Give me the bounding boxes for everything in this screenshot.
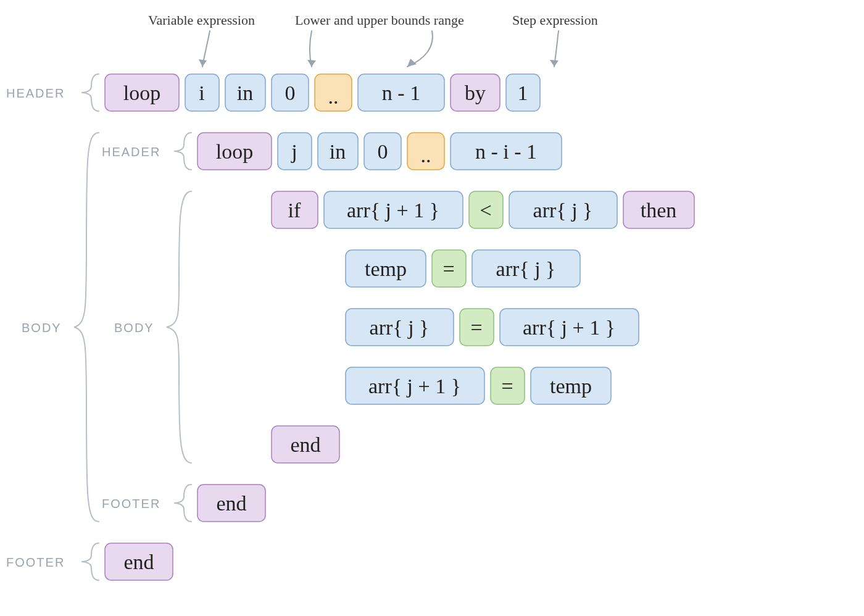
brace-icon [174, 485, 191, 522]
annotation-arrow [307, 31, 433, 67]
token-rhs: temp [550, 375, 592, 397]
row-outer-header: loop i in 0 .. n - 1 by 1 [105, 74, 540, 111]
token-var-j: j [291, 140, 297, 163]
brace-icon [81, 543, 99, 580]
token-expr: arr{ j } [533, 199, 593, 222]
token-step: 1 [518, 81, 528, 104]
token-keyword-end: end [216, 492, 246, 515]
token-expr: arr{ j + 1 } [347, 199, 439, 222]
annotation-step-expression: Step expression [512, 12, 598, 28]
diagram-canvas: Variable expression Lower and upper boun… [0, 0, 864, 616]
token-keyword-loop: loop [216, 140, 253, 163]
brace-icon [174, 133, 191, 170]
token-keyword-if: if [288, 199, 301, 222]
label-body-inner: BODY [114, 321, 154, 335]
annotation-arrow [550, 31, 559, 67]
token-rhs: arr{ j } [496, 257, 556, 280]
row-end-inner: end [197, 485, 265, 522]
token-upper-bound: n - i - 1 [475, 140, 537, 163]
svg-marker-3 [550, 60, 559, 67]
token-keyword-loop: loop [123, 81, 160, 104]
token-rhs: arr{ j + 1 } [523, 316, 615, 339]
brace-icon [81, 74, 99, 111]
annotation-variable-expression: Variable expression [148, 12, 255, 28]
token-keyword-end: end [290, 433, 320, 456]
token-keyword-by: by [465, 81, 486, 104]
brace-icon [74, 133, 99, 522]
brace-icon [167, 191, 191, 463]
row-end-outer: end [105, 543, 173, 580]
row-assign-1: temp = arr{ j } [346, 250, 580, 287]
token-lhs: arr{ j + 1 } [368, 375, 461, 397]
token-keyword-then: then [641, 199, 677, 222]
token-op-eq: = [501, 375, 513, 397]
token-keyword-in: in [237, 81, 253, 104]
token-lhs: temp [365, 257, 407, 280]
row-inner-header: loop j in 0 .. n - i - 1 [197, 133, 562, 170]
token-lower-bound: 0 [378, 140, 388, 163]
row-if: if arr{ j + 1 } < arr{ j } then [272, 191, 694, 228]
label-header-inner: HEADER [102, 145, 160, 159]
token-op-eq: = [470, 316, 482, 339]
row-end-if: end [272, 426, 339, 463]
row-assign-2: arr{ j } = arr{ j + 1 } [346, 309, 639, 346]
svg-marker-1 [307, 60, 316, 67]
annotation-arrow [199, 31, 210, 67]
label-footer-outer: FOOTER [6, 556, 65, 569]
token-upper-bound: n - 1 [382, 81, 420, 104]
token-op-lt: < [480, 199, 491, 222]
token-keyword-in: in [330, 140, 346, 163]
token-op-eq: = [442, 257, 454, 280]
token-range-dots: .. [328, 85, 339, 108]
label-footer-inner: FOOTER [102, 497, 160, 510]
label-body-outer: BODY [22, 321, 62, 335]
label-header-outer: HEADER [6, 86, 65, 100]
row-assign-3: arr{ j + 1 } = temp [346, 367, 611, 404]
token-lower-bound: 0 [285, 81, 296, 104]
token-lhs: arr{ j } [370, 316, 430, 339]
token-var-i: i [199, 81, 204, 104]
annotation-bounds-range: Lower and upper bounds range [295, 12, 464, 28]
token-range-dots: .. [421, 144, 431, 167]
token-keyword-end: end [123, 551, 154, 573]
svg-marker-0 [199, 59, 207, 67]
